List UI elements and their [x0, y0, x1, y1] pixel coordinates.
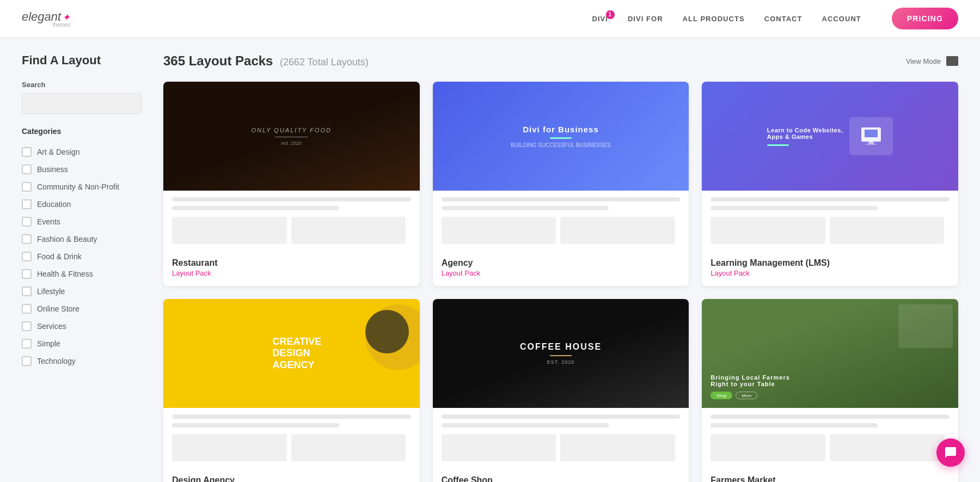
logo[interactable]: elegant✦ themes [22, 10, 70, 28]
category-label: Food & Drink [37, 252, 82, 261]
category-checkbox[interactable] [22, 356, 32, 366]
layout-card[interactable]: Learn to Code Websites,Apps & Games Lear… [702, 82, 958, 286]
category-checkbox[interactable] [22, 234, 32, 244]
category-item[interactable]: Food & Drink [22, 248, 142, 265]
card-info: Agency Layout Pack [433, 251, 689, 286]
category-label: Fashion & Beauty [37, 235, 97, 243]
card-info: Design Agency Layout Pack [163, 468, 420, 482]
grid-view-icon [946, 56, 958, 66]
category-checkbox[interactable] [22, 269, 32, 279]
card-name: Design Agency [172, 475, 411, 482]
sidebar-title: Find A Layout [22, 53, 142, 68]
category-item[interactable]: Business [22, 161, 142, 178]
main-header: 365 Layout Packs (2662 Total Layouts) Vi… [163, 53, 958, 69]
layout-grid: ONLY QUALITY FOOD est. 2020 Restaurant L… [163, 82, 958, 482]
category-checkbox[interactable] [22, 286, 32, 296]
header: elegant✦ themes DIVI 1 DIVI FOR ALL PROD… [0, 0, 980, 37]
page-body: Find A Layout Search Categories Art & De… [0, 37, 980, 482]
search-input[interactable] [22, 93, 142, 114]
category-checkbox[interactable] [22, 147, 32, 157]
svg-rect-1 [865, 130, 878, 137]
svg-rect-3 [866, 144, 877, 145]
nav-contact[interactable]: CONTACT [764, 15, 803, 23]
chat-bubble[interactable] [936, 438, 965, 467]
category-label: Lifestyle [37, 287, 65, 296]
layout-card[interactable]: ONLY QUALITY FOOD est. 2020 Restaurant L… [163, 82, 420, 286]
category-item[interactable]: Events [22, 213, 142, 230]
card-name: Restaurant [172, 258, 411, 268]
category-checkbox[interactable] [22, 304, 32, 314]
category-label: Art & Design [37, 148, 80, 156]
category-checkbox[interactable] [22, 252, 32, 261]
nav-all-products[interactable]: ALL PRODUCTS [683, 15, 745, 23]
category-item[interactable]: Lifestyle [22, 283, 142, 300]
category-item[interactable]: Community & Non-Profit [22, 178, 142, 196]
card-name: Coffee Shop [442, 475, 681, 482]
chat-icon [944, 446, 957, 459]
category-checkbox[interactable] [22, 182, 32, 192]
card-name: Agency [442, 258, 681, 268]
category-label: Business [37, 165, 68, 174]
card-name: Learning Management (LMS) [710, 258, 950, 268]
card-type: Layout Pack [172, 269, 411, 277]
category-item[interactable]: Services [22, 318, 142, 335]
layout-card[interactable]: Divi for Business BUILDING SUCCESSFUL BU… [433, 82, 689, 286]
layout-card[interactable]: CREATIVE DESIGN AGENCY Design Agency Lay… [163, 299, 420, 482]
category-item[interactable]: Education [22, 196, 142, 213]
main-content: 365 Layout Packs (2662 Total Layouts) Vi… [163, 53, 958, 482]
category-label: Simple [37, 339, 60, 348]
category-label: Health & Fitness [37, 270, 93, 278]
sidebar: Find A Layout Search Categories Art & De… [22, 53, 142, 482]
category-checkbox[interactable] [22, 217, 32, 227]
nav-account[interactable]: ACCOUNT [822, 15, 861, 23]
svg-rect-2 [868, 142, 874, 144]
layout-card[interactable]: COFFEE HOUSE EST. 2020 Coffee Shop Layou… [433, 299, 689, 482]
categories-title: Categories [22, 127, 142, 136]
card-type: Layout Pack [442, 269, 681, 277]
total-layouts: (2662 Total Layouts) [280, 57, 369, 68]
view-mode[interactable]: View Mode [906, 56, 958, 66]
category-item[interactable]: Technology [22, 352, 142, 370]
category-label: Education [37, 200, 71, 209]
card-info: Farmers Market Layout Pack [702, 468, 958, 482]
category-label: Events [37, 217, 60, 226]
category-list: Art & Design Business Community & Non-Pr… [22, 143, 142, 370]
category-item[interactable]: Fashion & Beauty [22, 230, 142, 248]
pack-count-wrap: 365 Layout Packs (2662 Total Layouts) [163, 53, 369, 69]
card-info: Learning Management (LMS) Layout Pack [702, 251, 958, 286]
layout-card[interactable]: Bringing Local FarmersRight to your Tabl… [702, 299, 958, 482]
category-item[interactable]: Online Store [22, 300, 142, 318]
category-label: Services [37, 322, 66, 331]
category-item[interactable]: Simple [22, 335, 142, 352]
category-label: Online Store [37, 304, 79, 313]
nav-divi-for[interactable]: DIVI FOR [628, 15, 663, 23]
view-mode-label: View Mode [906, 57, 941, 65]
divi-badge: 1 [606, 10, 615, 19]
main-nav: DIVI 1 DIVI FOR ALL PRODUCTS CONTACT ACC… [592, 8, 958, 29]
category-item[interactable]: Art & Design [22, 143, 142, 161]
category-checkbox[interactable] [22, 199, 32, 209]
category-item[interactable]: Health & Fitness [22, 265, 142, 283]
category-checkbox[interactable] [22, 321, 32, 331]
card-info: Restaurant Layout Pack [163, 251, 420, 286]
pack-count: 365 Layout Packs [163, 53, 273, 68]
category-checkbox[interactable] [22, 164, 32, 174]
search-label: Search [22, 81, 142, 89]
logo-text: elegant✦ [22, 10, 70, 23]
nav-divi[interactable]: DIVI 1 [592, 15, 608, 23]
category-label: Technology [37, 357, 76, 365]
card-info: Coffee Shop Layout Pack [433, 468, 689, 482]
card-name: Farmers Market [710, 475, 950, 482]
category-label: Community & Non-Profit [37, 182, 119, 191]
category-checkbox[interactable] [22, 339, 32, 349]
pricing-button[interactable]: PRICING [892, 8, 958, 29]
card-type: Layout Pack [710, 269, 950, 277]
